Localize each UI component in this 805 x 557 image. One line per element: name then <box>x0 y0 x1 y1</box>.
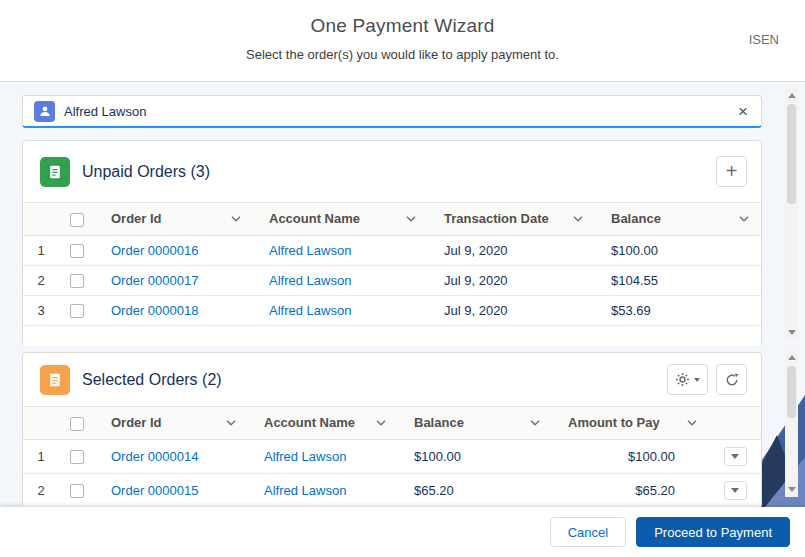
order-id-link[interactable]: Order 0000014 <box>111 449 198 464</box>
caret-down-icon <box>731 454 739 459</box>
clear-account-button[interactable]: × <box>736 103 750 120</box>
sort-chevron-icon <box>226 420 236 426</box>
transaction-date-cell: Jul 9, 2020 <box>428 265 595 295</box>
caret-down-icon <box>731 488 739 493</box>
select-all-checkbox[interactable] <box>70 417 84 431</box>
column-header-order-id[interactable]: Order Id <box>95 407 248 440</box>
selected-order-row: 2 Order 0000015 Alfred Lawson $65.20 $65… <box>23 473 761 507</box>
row-actions-button[interactable] <box>724 481 747 500</box>
sort-chevron-icon <box>406 216 416 222</box>
unpaid-order-row: 2 Order 0000017 Alfred Lawson Jul 9, 202… <box>23 265 761 295</box>
unpaid-order-row: 3 Order 0000018 Alfred Lawson Jul 9, 202… <box>23 295 761 325</box>
column-header-amount-to-pay[interactable]: Amount to Pay <box>552 407 709 440</box>
refresh-icon <box>725 373 739 387</box>
selected-orders-header-row: Order Id Account Name Balance Amount to … <box>23 407 761 440</box>
scroll-thumb[interactable] <box>787 366 796 418</box>
wizard-header: ISEN One Payment Wizard Select the order… <box>0 0 805 82</box>
plus-icon: + <box>726 161 738 181</box>
order-id-link[interactable]: Order 0000018 <box>111 303 198 318</box>
row-number: 3 <box>23 295 59 325</box>
balance-cell: $104.55 <box>595 265 761 295</box>
unpaid-orders-card: Unpaid Orders (3) + Order Id A <box>22 140 762 346</box>
sort-chevron-icon <box>687 420 697 426</box>
account-name-link[interactable]: Alfred Lawson <box>269 243 351 258</box>
balance-cell: $100.00 <box>595 235 761 265</box>
column-label: Account Name <box>269 211 360 226</box>
row-actions-column-header <box>709 407 761 440</box>
unpaid-orders-title: Unpaid Orders (3) <box>82 163 704 181</box>
column-label: Transaction Date <box>444 211 549 226</box>
account-name-link[interactable]: Alfred Lawson <box>264 483 346 498</box>
column-label: Amount to Pay <box>568 415 660 430</box>
row-number: 1 <box>23 439 59 473</box>
scroll-up-arrow[interactable] <box>785 89 798 102</box>
unpaid-orders-table: Order Id Account Name Transaction Date B… <box>23 202 761 326</box>
org-label: ISEN <box>749 32 779 47</box>
add-order-button[interactable]: + <box>716 156 747 187</box>
sort-chevron-icon <box>573 216 583 222</box>
selected-orders-card: Selected Orders (2) <box>22 352 762 507</box>
row-number: 2 <box>23 265 59 295</box>
row-checkbox[interactable] <box>70 304 84 318</box>
sort-chevron-icon <box>530 420 540 426</box>
amount-to-pay-cell: $65.20 <box>552 473 709 507</box>
account-name-link[interactable]: Alfred Lawson <box>269 273 351 288</box>
row-number: 1 <box>23 235 59 265</box>
row-checkbox[interactable] <box>70 244 84 258</box>
row-checkbox[interactable] <box>70 484 84 498</box>
column-label: Order Id <box>111 211 162 226</box>
row-checkbox[interactable] <box>70 274 84 288</box>
row-number-column-header <box>23 203 59 236</box>
sort-chevron-icon <box>376 420 386 426</box>
selected-orders-table: Order Id Account Name Balance Amount to … <box>23 406 761 507</box>
balance-cell: $65.20 <box>398 473 552 507</box>
column-header-balance[interactable]: Balance <box>595 203 761 236</box>
account-name-link[interactable]: Alfred Lawson <box>264 449 346 464</box>
scrollbar-selected[interactable] <box>785 350 798 497</box>
row-checkbox[interactable] <box>70 450 84 464</box>
cancel-button[interactable]: Cancel <box>550 517 626 547</box>
account-lookup-field[interactable]: Alfred Lawson × <box>22 95 762 128</box>
refresh-button[interactable] <box>716 364 747 395</box>
chevron-down-icon <box>694 378 700 382</box>
order-id-link[interactable]: Order 0000015 <box>111 483 198 498</box>
sort-chevron-icon <box>231 216 241 222</box>
account-name-link[interactable]: Alfred Lawson <box>269 303 351 318</box>
wizard-body: Alfred Lawson × Unpaid Orders (3) + <box>0 82 805 507</box>
order-id-link[interactable]: Order 0000017 <box>111 273 198 288</box>
select-all-column-header <box>59 407 95 440</box>
column-header-account-name[interactable]: Account Name <box>253 203 428 236</box>
row-actions-button[interactable] <box>724 447 747 466</box>
order-id-link[interactable]: Order 0000016 <box>111 243 198 258</box>
selected-order-row: 1 Order 0000014 Alfred Lawson $100.00 $1… <box>23 439 761 473</box>
scroll-down-arrow[interactable] <box>785 483 798 496</box>
unpaid-orders-scroll-region: Alfred Lawson × Unpaid Orders (3) + <box>0 82 805 346</box>
unpaid-orders-card-header: Unpaid Orders (3) + <box>23 141 761 202</box>
column-label: Balance <box>414 415 464 430</box>
column-header-order-id[interactable]: Order Id <box>95 203 253 236</box>
column-header-balance[interactable]: Balance <box>398 407 552 440</box>
transaction-date-cell: Jul 9, 2020 <box>428 235 595 265</box>
selected-orders-scroll-region: Selected Orders (2) <box>0 346 805 507</box>
scroll-down-arrow[interactable] <box>785 326 798 339</box>
unpaid-orders-icon <box>40 157 70 187</box>
unpaid-order-row: 1 Order 0000016 Alfred Lawson Jul 9, 202… <box>23 235 761 265</box>
row-number: 2 <box>23 473 59 507</box>
column-header-transaction-date[interactable]: Transaction Date <box>428 203 595 236</box>
sort-chevron-icon <box>739 216 749 222</box>
account-icon <box>34 101 55 122</box>
settings-button[interactable] <box>667 364 708 395</box>
scroll-up-arrow[interactable] <box>785 351 798 364</box>
scroll-thumb[interactable] <box>787 104 796 204</box>
balance-cell: $100.00 <box>398 439 552 473</box>
scrollbar-unpaid[interactable] <box>785 88 798 340</box>
column-label: Order Id <box>111 415 162 430</box>
proceed-to-payment-button[interactable]: Proceed to Payment <box>636 517 790 547</box>
wizard-subtitle: Select the order(s) you would like to ap… <box>0 47 805 62</box>
amount-to-pay-cell: $100.00 <box>552 439 709 473</box>
select-all-column-header <box>59 203 95 236</box>
gear-icon <box>675 372 690 387</box>
column-header-account-name[interactable]: Account Name <box>248 407 398 440</box>
select-all-checkbox[interactable] <box>70 213 84 227</box>
selected-orders-icon <box>40 365 70 395</box>
